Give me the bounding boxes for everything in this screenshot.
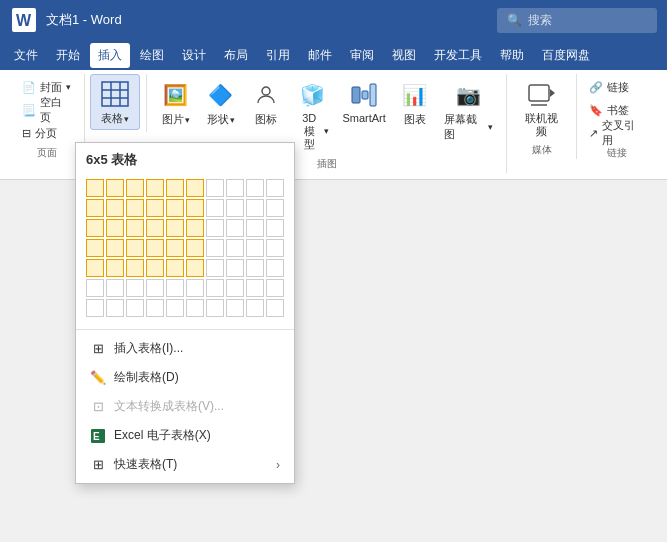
- grid-cell[interactable]: [126, 299, 144, 317]
- grid-cell[interactable]: [146, 299, 164, 317]
- menu-layout[interactable]: 布局: [216, 43, 256, 68]
- grid-cell[interactable]: [206, 219, 224, 237]
- grid-cell[interactable]: [186, 259, 204, 277]
- menu-draw[interactable]: 绘图: [132, 43, 172, 68]
- grid-cell[interactable]: [146, 199, 164, 217]
- grid-cell[interactable]: [106, 279, 124, 297]
- grid-cell[interactable]: [146, 219, 164, 237]
- grid-cell[interactable]: [186, 219, 204, 237]
- smartart-button[interactable]: SmartArt: [338, 76, 390, 127]
- grid-cell[interactable]: [186, 179, 204, 197]
- grid-cell[interactable]: [106, 259, 124, 277]
- grid-cell[interactable]: [86, 219, 104, 237]
- grid-cell[interactable]: [186, 279, 204, 297]
- grid-cell[interactable]: [206, 239, 224, 257]
- menu-view[interactable]: 视图: [384, 43, 424, 68]
- grid-cell[interactable]: [86, 299, 104, 317]
- grid-cell[interactable]: [166, 259, 184, 277]
- menu-file[interactable]: 文件: [6, 43, 46, 68]
- grid-cell[interactable]: [266, 179, 284, 197]
- grid-cell[interactable]: [106, 219, 124, 237]
- grid-cell[interactable]: [106, 179, 124, 197]
- grid-cell[interactable]: [106, 299, 124, 317]
- grid-cell[interactable]: [266, 279, 284, 297]
- chart-button[interactable]: 📊 图表: [394, 76, 435, 130]
- link-button[interactable]: 🔗 链接: [585, 76, 649, 98]
- grid-cell[interactable]: [226, 199, 244, 217]
- draw-table-item[interactable]: ✏️ 绘制表格(D): [76, 363, 294, 392]
- picture-button[interactable]: 🖼️ 图片▾: [155, 76, 196, 130]
- insert-table-item[interactable]: ⊞ 插入表格(I)...: [76, 334, 294, 363]
- grid-cell[interactable]: [206, 279, 224, 297]
- menu-insert[interactable]: 插入: [90, 43, 130, 68]
- grid-cell[interactable]: [166, 199, 184, 217]
- menu-mail[interactable]: 邮件: [300, 43, 340, 68]
- grid-cell[interactable]: [166, 299, 184, 317]
- grid-cell[interactable]: [246, 199, 264, 217]
- grid-cell[interactable]: [246, 259, 264, 277]
- grid-cell[interactable]: [186, 299, 204, 317]
- table-grid[interactable]: [76, 175, 294, 325]
- grid-cell[interactable]: [146, 259, 164, 277]
- grid-cell[interactable]: [106, 239, 124, 257]
- online-video-button[interactable]: 联机视频: [515, 76, 568, 141]
- 3d-model-button[interactable]: 🧊 3D 模型▾: [291, 76, 334, 155]
- grid-cell[interactable]: [266, 239, 284, 257]
- icon-button[interactable]: 图标: [245, 76, 286, 130]
- grid-cell[interactable]: [246, 239, 264, 257]
- table-button[interactable]: 表格▾: [90, 74, 140, 130]
- grid-cell[interactable]: [186, 199, 204, 217]
- grid-cell[interactable]: [266, 259, 284, 277]
- search-box[interactable]: 🔍 搜索: [497, 8, 657, 33]
- quick-table-item[interactable]: ⊞ 快速表格(T) ›: [76, 450, 294, 479]
- grid-cell[interactable]: [226, 179, 244, 197]
- screenshot-button[interactable]: 📷 屏幕截图▾: [439, 76, 498, 145]
- grid-cell[interactable]: [86, 199, 104, 217]
- blank-page-button[interactable]: 📃 空白页: [18, 99, 76, 121]
- grid-cell[interactable]: [246, 299, 264, 317]
- grid-cell[interactable]: [226, 239, 244, 257]
- grid-cell[interactable]: [166, 279, 184, 297]
- menu-home[interactable]: 开始: [48, 43, 88, 68]
- grid-cell[interactable]: [166, 239, 184, 257]
- menu-design[interactable]: 设计: [174, 43, 214, 68]
- page-break-button[interactable]: ⊟ 分页: [18, 122, 76, 144]
- grid-cell[interactable]: [226, 219, 244, 237]
- grid-cell[interactable]: [166, 179, 184, 197]
- grid-cell[interactable]: [206, 299, 224, 317]
- grid-cell[interactable]: [146, 279, 164, 297]
- grid-cell[interactable]: [126, 219, 144, 237]
- grid-cell[interactable]: [206, 199, 224, 217]
- grid-cell[interactable]: [126, 259, 144, 277]
- grid-cell[interactable]: [86, 179, 104, 197]
- grid-cell[interactable]: [266, 199, 284, 217]
- grid-cell[interactable]: [126, 199, 144, 217]
- menu-review[interactable]: 审阅: [342, 43, 382, 68]
- grid-cell[interactable]: [126, 239, 144, 257]
- grid-cell[interactable]: [266, 219, 284, 237]
- grid-cell[interactable]: [206, 259, 224, 277]
- crossref-button[interactable]: ↗ 交叉引用: [585, 122, 649, 144]
- excel-table-item[interactable]: E Excel 电子表格(X): [76, 421, 294, 450]
- grid-cell[interactable]: [206, 179, 224, 197]
- grid-cell[interactable]: [226, 259, 244, 277]
- grid-cell[interactable]: [166, 219, 184, 237]
- grid-cell[interactable]: [246, 179, 264, 197]
- grid-cell[interactable]: [226, 299, 244, 317]
- menu-help[interactable]: 帮助: [492, 43, 532, 68]
- grid-cell[interactable]: [86, 259, 104, 277]
- menu-reference[interactable]: 引用: [258, 43, 298, 68]
- grid-cell[interactable]: [126, 179, 144, 197]
- grid-cell[interactable]: [266, 299, 284, 317]
- grid-cell[interactable]: [86, 279, 104, 297]
- grid-cell[interactable]: [106, 199, 124, 217]
- grid-cell[interactable]: [126, 279, 144, 297]
- menu-developer[interactable]: 开发工具: [426, 43, 490, 68]
- grid-cell[interactable]: [146, 179, 164, 197]
- grid-cell[interactable]: [226, 279, 244, 297]
- grid-cell[interactable]: [186, 239, 204, 257]
- shape-button[interactable]: 🔷 形状▾: [200, 76, 241, 130]
- grid-cell[interactable]: [246, 279, 264, 297]
- grid-cell[interactable]: [246, 219, 264, 237]
- grid-cell[interactable]: [86, 239, 104, 257]
